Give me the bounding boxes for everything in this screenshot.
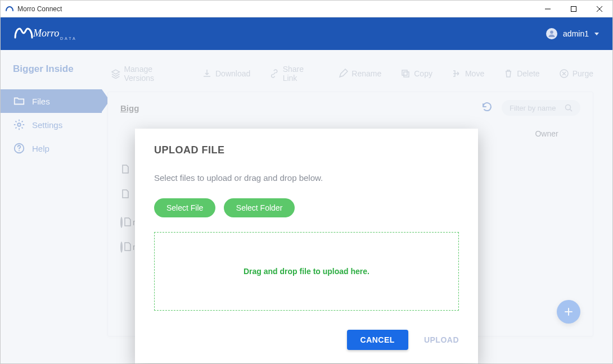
user-menu[interactable]: admin1 bbox=[546, 28, 599, 39]
dialog-hint: Select files to upload or drag and drop … bbox=[154, 173, 459, 183]
svg-text:Morro: Morro bbox=[33, 28, 59, 39]
select-folder-button[interactable]: Select Folder bbox=[224, 198, 295, 217]
upload-button[interactable]: UPLOAD bbox=[424, 335, 459, 344]
dropzone-label: Drag and drop file to upload here. bbox=[244, 267, 369, 276]
user-label: admin1 bbox=[563, 29, 589, 38]
window-minimize-button[interactable] bbox=[535, 1, 561, 17]
svg-text:DATA: DATA bbox=[60, 37, 77, 40]
window-close-button[interactable] bbox=[587, 1, 612, 17]
app-icon bbox=[5, 4, 14, 13]
brand-logo: Morro DATA bbox=[14, 25, 82, 42]
window-titlebar: Morro Connect bbox=[1, 1, 612, 17]
svg-rect-1 bbox=[571, 6, 576, 11]
upload-dialog: UPLOAD FILE Select files to upload or dr… bbox=[135, 129, 478, 363]
app-header: Morro DATA admin1 bbox=[1, 17, 612, 50]
select-file-button[interactable]: Select File bbox=[154, 198, 215, 217]
avatar-icon bbox=[546, 28, 557, 39]
window-title: Morro Connect bbox=[17, 5, 62, 13]
cancel-button[interactable]: CANCEL bbox=[347, 330, 408, 350]
chevron-down-icon bbox=[594, 33, 599, 35]
dropzone[interactable]: Drag and drop file to upload here. bbox=[154, 232, 459, 311]
svg-point-6 bbox=[550, 30, 553, 34]
window-maximize-button[interactable] bbox=[561, 1, 587, 17]
dialog-title: UPLOAD FILE bbox=[154, 144, 459, 156]
